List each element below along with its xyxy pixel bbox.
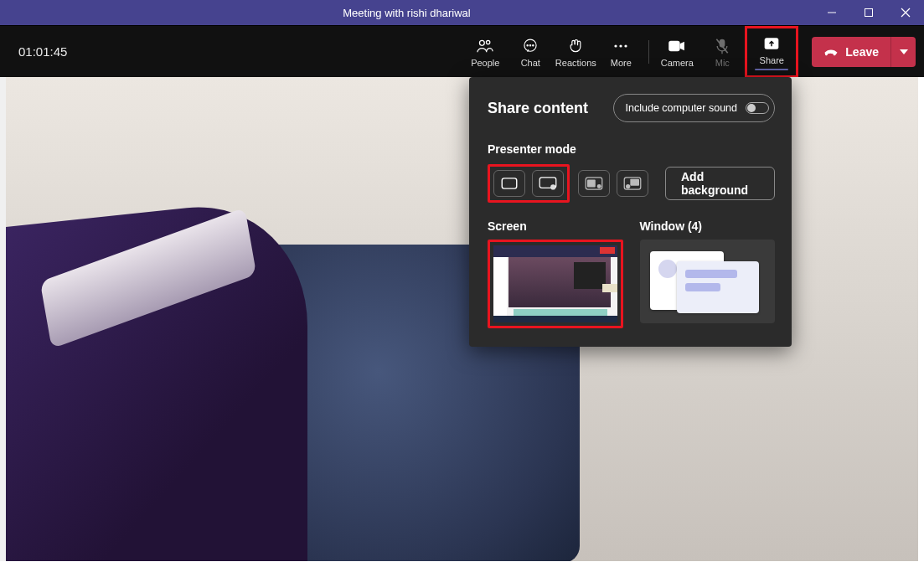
svg-point-4 bbox=[480, 40, 485, 45]
share-screen-1[interactable] bbox=[493, 245, 617, 322]
reactions-button[interactable]: Reactions bbox=[553, 30, 598, 74]
svg-rect-1 bbox=[865, 9, 873, 17]
svg-rect-18 bbox=[502, 178, 517, 188]
chat-button[interactable]: Chat bbox=[508, 30, 553, 74]
presenter-mode-standout[interactable] bbox=[532, 170, 564, 197]
chat-label: Chat bbox=[521, 58, 540, 68]
svg-point-11 bbox=[620, 44, 622, 47]
svg-point-5 bbox=[487, 40, 490, 44]
camera-label: Camera bbox=[661, 58, 694, 68]
share-highlight: Share bbox=[745, 26, 798, 78]
more-icon bbox=[612, 36, 629, 56]
add-background-button[interactable]: Add background bbox=[665, 167, 775, 200]
chat-icon bbox=[522, 36, 539, 56]
leave-button-group: Leave bbox=[812, 37, 916, 67]
presenter-mode-side-by-side[interactable] bbox=[578, 170, 610, 197]
include-sound-label: Include computer sound bbox=[626, 102, 737, 114]
share-panel-title: Share content bbox=[488, 100, 588, 117]
leave-label: Leave bbox=[845, 45, 879, 59]
people-label: People bbox=[471, 58, 499, 68]
share-window-option[interactable] bbox=[640, 240, 776, 323]
svg-point-7 bbox=[527, 44, 528, 45]
share-button[interactable]: Share bbox=[749, 30, 794, 74]
chevron-down-icon bbox=[900, 49, 908, 54]
more-button[interactable]: More bbox=[598, 30, 643, 74]
mic-label: Mic bbox=[715, 58, 730, 68]
background-edge bbox=[0, 77, 6, 561]
camera-button[interactable]: Camera bbox=[654, 30, 699, 74]
share-label: Share bbox=[760, 55, 784, 65]
presenter-mode-highlight bbox=[488, 164, 570, 203]
minimize-icon bbox=[827, 8, 837, 18]
maximize-button[interactable] bbox=[850, 0, 887, 25]
svg-point-20 bbox=[550, 184, 555, 189]
hangup-icon bbox=[823, 46, 839, 58]
reactions-icon bbox=[567, 36, 584, 56]
close-icon bbox=[901, 8, 911, 18]
screen-only-icon bbox=[501, 178, 518, 189]
standout-icon bbox=[539, 177, 557, 190]
window-heading: Window (4) bbox=[640, 219, 776, 233]
toggle-switch-icon bbox=[746, 102, 769, 114]
svg-point-26 bbox=[626, 184, 630, 188]
meeting-toolbar: 01:01:45 People Chat Reactions bbox=[0, 25, 924, 77]
more-label: More bbox=[611, 58, 632, 68]
side-by-side-icon bbox=[585, 177, 603, 190]
presenter-mode-reporter[interactable] bbox=[617, 170, 648, 197]
svg-point-12 bbox=[625, 44, 627, 47]
toolbar-divider bbox=[648, 40, 649, 64]
svg-rect-25 bbox=[630, 179, 639, 186]
titlebar: Meeting with rishi dhariwal bbox=[0, 0, 924, 25]
share-active-indicator bbox=[755, 69, 788, 70]
svg-point-8 bbox=[530, 44, 531, 45]
close-button[interactable] bbox=[887, 0, 924, 25]
share-content-panel: Share content Include computer sound Pre… bbox=[469, 77, 792, 347]
leave-button[interactable]: Leave bbox=[812, 37, 890, 67]
mic-off-icon bbox=[715, 36, 730, 56]
camera-icon bbox=[668, 36, 686, 56]
maximize-icon bbox=[864, 8, 874, 18]
reporter-icon bbox=[623, 177, 642, 190]
reactions-label: Reactions bbox=[555, 58, 596, 68]
svg-point-23 bbox=[597, 184, 601, 188]
window-card-icon bbox=[677, 261, 759, 313]
share-icon bbox=[763, 34, 780, 54]
presenter-mode-content-only[interactable] bbox=[493, 170, 525, 197]
people-button[interactable]: People bbox=[462, 30, 508, 74]
presenter-mode-heading: Presenter mode bbox=[488, 142, 775, 156]
screen-highlight bbox=[488, 240, 623, 328]
svg-rect-13 bbox=[669, 40, 680, 50]
svg-point-9 bbox=[533, 44, 534, 45]
mic-button[interactable]: Mic bbox=[699, 30, 745, 74]
add-background-label: Add background bbox=[681, 170, 759, 197]
screen-heading: Screen bbox=[488, 219, 623, 233]
svg-rect-22 bbox=[587, 180, 596, 188]
minimize-button[interactable] bbox=[813, 0, 850, 25]
window-title: Meeting with rishi dhariwal bbox=[0, 7, 813, 19]
meeting-timer: 01:01:45 bbox=[18, 44, 67, 59]
svg-point-10 bbox=[615, 44, 617, 47]
leave-dropdown[interactable] bbox=[890, 37, 916, 67]
people-icon bbox=[476, 36, 494, 56]
include-computer-sound-toggle[interactable]: Include computer sound bbox=[613, 94, 775, 122]
